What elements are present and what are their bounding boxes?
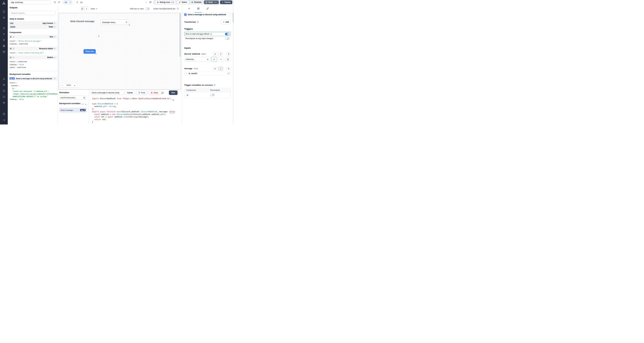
create-resource-button[interactable] <box>218 57 224 62</box>
run-on-start-row: Run on start and app refresh <box>184 32 231 36</box>
output-kv: loading:false <box>8 98 58 101</box>
fork-button[interactable]: Fork <box>136 90 147 95</box>
help-icon[interactable] <box>0 111 8 117</box>
trigger-runnables-title: Trigger runnables on success <box>184 84 231 86</box>
background-runnables-title: Background runnables <box>10 73 56 75</box>
add-background-runnable-button[interactable] <box>85 103 87 105</box>
recompute-toggle[interactable] <box>225 37 230 40</box>
outputs-panel: Outputs State & Context ctx App Context … <box>8 4 58 124</box>
bg0-row[interactable]: bg_0 Send a message to discord using web… <box>8 76 58 80</box>
canvas-layout-toggle: |0| <box>63 0 73 4</box>
folders-icon[interactable] <box>0 94 8 100</box>
edit-pencil-icon[interactable] <box>54 78 56 79</box>
ctx-row[interactable]: ctx App Context <box>8 21 58 25</box>
divider <box>8 71 58 72</box>
output-kv: result: <box>8 81 58 84</box>
canvas-scrollbar[interactable] <box>180 14 180 57</box>
field-discord-webhook: discord_webhook object ƒ u/henri/te... <box>184 52 231 62</box>
resources-icon[interactable] <box>0 43 8 49</box>
code-editor[interactable]: import discordwebhook from "https://deno… <box>89 96 182 124</box>
schedules-icon[interactable] <box>0 49 8 55</box>
scrollbar-thumb[interactable] <box>233 13 234 23</box>
styling-brush-tab[interactable] <box>203 4 212 12</box>
edit-resource-button[interactable] <box>212 57 217 62</box>
refresh-script-button[interactable] <box>162 92 166 94</box>
home-icon[interactable] <box>0 25 8 31</box>
app-canvas[interactable]: Write Discord message: Example resou... … <box>58 13 181 90</box>
apps-icon[interactable] <box>0 9 8 14</box>
user-icon[interactable] <box>0 76 8 82</box>
workspace-icon[interactable] <box>0 88 8 94</box>
resize-handle[interactable] <box>98 36 99 36</box>
ctx-badge: ctx <box>10 22 14 24</box>
runnable-item-bg0[interactable]: Send a message... bg_0 <box>59 108 87 112</box>
zoom-in-button[interactable]: + <box>72 83 77 87</box>
outputs-search-input[interactable] <box>10 11 56 15</box>
desktop-view-button[interactable] <box>79 0 84 4</box>
hide-bar-toggle[interactable] <box>145 8 150 10</box>
copy-code-icon[interactable] <box>172 99 174 101</box>
state-row[interactable]: state State <box>8 25 58 29</box>
center-layout-button[interactable]: |0| <box>64 0 68 4</box>
expand-canvas-button[interactable] <box>68 0 73 4</box>
component-settings-tab[interactable] <box>194 4 203 12</box>
collapse-arrow-icon[interactable] <box>0 117 8 123</box>
mobile-view-button[interactable] <box>75 0 79 4</box>
expression-fx-icon[interactable]: ƒ <box>218 52 223 56</box>
runs-icon[interactable] <box>0 31 8 37</box>
expression-fx-icon[interactable]: ƒ <box>218 67 223 70</box>
canvas-resource-select[interactable]: Example resou... <box>100 20 129 25</box>
trigger-runnables-table: Component Recompute c <box>184 88 231 98</box>
star-icon[interactable] <box>0 14 8 20</box>
redo-button[interactable] <box>57 0 61 4</box>
resize-handle[interactable] <box>95 53 96 54</box>
audit-eye-icon[interactable] <box>0 100 8 106</box>
deploy-button[interactable]: Deploy <box>220 0 232 4</box>
refresh-resource-button[interactable] <box>225 57 231 62</box>
run-mode-dropdown[interactable]: once <box>91 8 98 10</box>
draft-button[interactable]: Draft ⌘S <box>204 0 219 4</box>
refresh-app-button[interactable] <box>80 7 84 11</box>
info-icon <box>214 84 216 86</box>
run-button[interactable]: Run <box>169 90 178 95</box>
canvas-text-component[interactable]: Write Discord message: <box>70 20 95 23</box>
recompute-row: Recompute on any input changes <box>184 36 231 40</box>
component-b-row[interactable]: b Resource Select <box>8 47 58 50</box>
settings-gear-icon[interactable] <box>0 82 8 88</box>
connect-plug-icon[interactable] <box>226 52 231 56</box>
clear-selection-icon[interactable] <box>125 21 128 23</box>
script-name-input[interactable]: Send a message to discord using <box>90 90 124 95</box>
windmill-logo[interactable] <box>2 1 6 5</box>
expand-editor-icon[interactable] <box>228 72 230 74</box>
bottom-panel: Runnables hub/1511/discord/se... c Backg… <box>58 90 182 124</box>
resource-path-input[interactable]: u/henri/te... <box>184 57 210 62</box>
run-on-start-toggle[interactable] <box>225 33 230 35</box>
undo-button[interactable] <box>53 0 57 4</box>
insert-component-tab[interactable] <box>184 4 194 12</box>
more-menu-button[interactable] <box>144 0 148 4</box>
page-scrollbar[interactable] <box>232 4 234 124</box>
triggers-title: Triggers <box>184 28 231 30</box>
zoom-out-button[interactable]: − <box>60 83 65 87</box>
app-summary-input[interactable] <box>9 0 50 4</box>
clear-resource-icon[interactable] <box>207 58 209 60</box>
connect-plug-icon[interactable] <box>226 67 231 70</box>
component-c-row[interactable]: c Button <box>8 56 58 59</box>
resize-handle[interactable] <box>129 24 130 25</box>
editor-mode-button[interactable]: Editor <box>177 0 189 4</box>
cache-button[interactable]: Cache <box>125 90 135 95</box>
static-edit-icon[interactable] <box>213 52 217 56</box>
clear-button[interactable]: Clear <box>148 90 160 95</box>
docs-book-icon[interactable] <box>148 0 152 4</box>
component-a-row[interactable]: a Text <box>8 35 58 38</box>
canvas-press-me-button[interactable]: Press me <box>84 49 96 54</box>
static-edit-icon[interactable] <box>213 67 217 70</box>
component-c-type: Button <box>47 56 53 58</box>
recompute-c-toggle[interactable] <box>210 94 215 96</box>
add-transformer-button[interactable]: Add <box>221 20 231 24</box>
variables-icon[interactable] <box>0 37 8 43</box>
debug-runs-button[interactable]: Debug runs (23) <box>155 0 176 4</box>
runnable-item-hub-script[interactable]: hub/1511/discord/se... c <box>59 96 87 100</box>
preview-mode-button[interactable]: Preview <box>190 0 202 4</box>
expression-editor[interactable]: 1 b.result <box>184 72 231 75</box>
